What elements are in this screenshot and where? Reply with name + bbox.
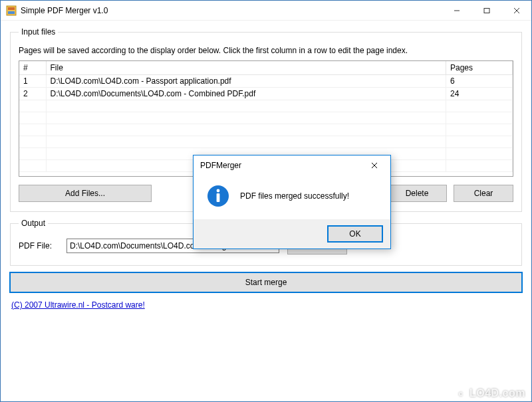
dialog-titlebar: PDFMerger [194,155,390,175]
col-header-pages[interactable]: Pages [446,61,513,75]
col-header-file[interactable]: File [46,61,446,75]
delete-button[interactable]: Delete [387,185,447,202]
svg-rect-11 [217,193,220,202]
col-header-index[interactable]: # [19,61,46,75]
svg-rect-1 [8,7,15,10]
dialog-message: PDF files merged successfully! [240,191,349,201]
cell-index[interactable]: 2 [19,88,46,100]
cell-file[interactable]: D:\LO4D.com\Documents\LO4D.com - Combine… [46,88,446,100]
window-controls [442,1,531,20]
info-icon [207,185,229,207]
cell-pages[interactable]: 24 [446,88,513,100]
start-merge-button[interactable]: Start merge [10,272,522,292]
cell-pages[interactable]: 6 [446,75,513,88]
table-row[interactable]: 2 D:\LO4D.com\Documents\LO4D.com - Combi… [19,88,513,100]
titlebar: Simple PDF Merger v1.0 [1,1,531,21]
footer-link[interactable]: (C) 2007 Ultrawire.nl - Postcard ware! [10,299,522,314]
svg-rect-2 [8,11,15,14]
add-files-button[interactable]: Add Files... [19,185,152,202]
svg-point-10 [217,189,220,193]
window-title: Simple PDF Merger v1.0 [21,6,108,15]
table-row[interactable] [19,136,513,148]
dialog-title: PDFMerger [200,161,241,170]
close-button[interactable] [501,1,531,20]
minimize-button[interactable] [442,1,471,20]
output-label: PDF File: [19,241,59,251]
clear-button[interactable]: Clear [454,185,513,202]
app-icon [6,5,17,16]
input-files-legend: Input files [19,27,58,37]
grid-header-row: # File Pages [19,61,513,75]
table-row[interactable] [19,112,513,124]
table-row[interactable] [19,124,513,136]
cell-file[interactable]: D:\LO4D.com\LO4D.com - Passport applicat… [46,75,446,88]
table-row[interactable]: 1 D:\LO4D.com\LO4D.com - Passport applic… [19,75,513,88]
message-dialog: PDFMerger PDF files merged successfully!… [193,155,391,249]
cell-index[interactable]: 1 [19,75,46,88]
output-legend: Output [19,219,48,228]
table-row[interactable] [19,100,513,112]
input-hint: Pages will be saved according to the dis… [19,46,513,55]
dialog-close-button[interactable] [362,157,386,173]
maximize-button[interactable] [471,1,501,20]
svg-rect-4 [484,8,489,13]
dialog-ok-button[interactable]: OK [328,226,382,242]
